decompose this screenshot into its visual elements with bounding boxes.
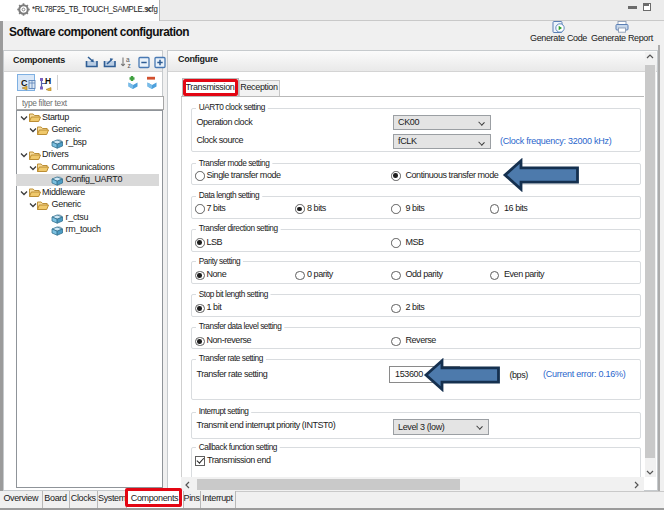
svg-text:z: z xyxy=(128,62,131,69)
svg-text:H: H xyxy=(45,77,51,86)
